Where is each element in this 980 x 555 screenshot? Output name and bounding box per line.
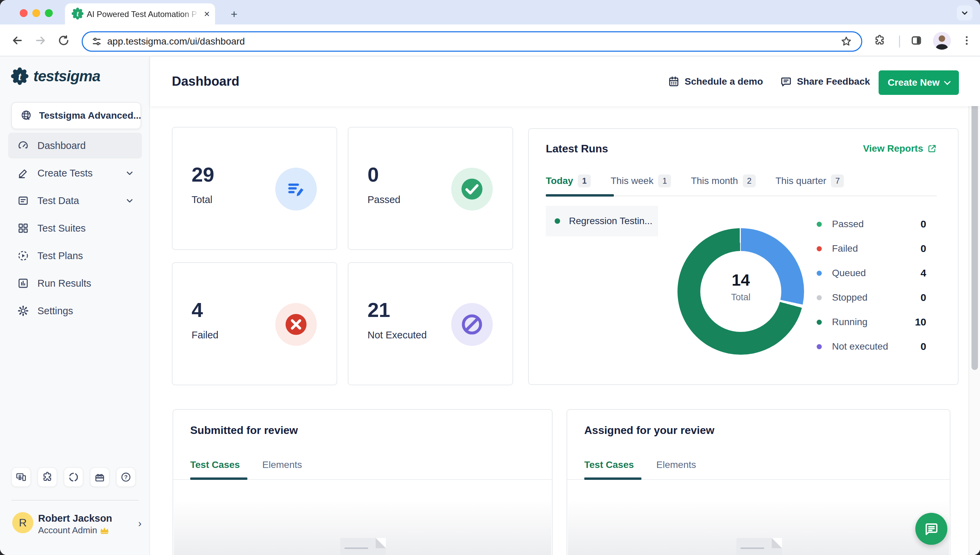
gift-icon: [94, 472, 106, 483]
gear-icon: [17, 305, 29, 317]
chat-widget-button[interactable]: [915, 513, 947, 545]
user-name: Robert Jackson: [38, 513, 112, 524]
sync-status-button[interactable]: [64, 467, 84, 487]
side-panel-button[interactable]: [909, 33, 924, 48]
sidebar-item-label: Settings: [37, 305, 73, 317]
tab-elements[interactable]: Elements: [262, 459, 302, 470]
share-feedback-button[interactable]: Share Feedback: [780, 75, 870, 88]
run-name: Regression Testin...: [569, 216, 652, 226]
question-glyph: ?: [124, 474, 128, 480]
run-list-item[interactable]: Regression Testin...: [546, 206, 658, 236]
forward-button[interactable]: [33, 33, 48, 48]
url-text[interactable]: app.testsigma.com/ui/dashboard: [107, 36, 840, 47]
user-profile[interactable]: R Robert Jackson Account Admin ›: [12, 512, 141, 534]
testsigma-logo: t testsigma: [10, 67, 100, 86]
legend-dot: [817, 344, 822, 349]
bookmark-star-icon[interactable]: [840, 35, 852, 48]
feedback-icon: [780, 75, 792, 88]
tab-elements[interactable]: Elements: [656, 459, 696, 470]
sidebar-item-test-plans[interactable]: Test Plans: [8, 243, 142, 269]
tab-this-quarter[interactable]: This quarter 7: [776, 175, 844, 188]
agents-devices-button[interactable]: [11, 467, 31, 487]
pencil-icon: [17, 167, 29, 179]
sidebar-item-create-tests[interactable]: Create Tests: [8, 160, 142, 186]
sidebar-item-label: Run Results: [37, 278, 91, 289]
addons-button[interactable]: [37, 467, 57, 487]
sidebar-item-test-suites[interactable]: Test Suites: [8, 215, 142, 241]
url-bar[interactable]: app.testsigma.com/ui/dashboard: [82, 31, 862, 52]
run-status-dot: [555, 218, 560, 224]
side-panel-icon: [910, 34, 922, 47]
view-reports-link[interactable]: View Reports: [863, 143, 937, 154]
chevron-down-icon: [961, 9, 969, 17]
devices-icon: [15, 472, 27, 483]
help-button[interactable]: ?: [116, 467, 136, 487]
sidebar-item-label: Test Plans: [37, 250, 83, 261]
play-circle-icon: [17, 250, 29, 262]
puzzle-icon: [874, 34, 886, 47]
stat-value: 0: [368, 163, 379, 186]
scrollbar-thumb[interactable]: [972, 71, 978, 370]
sidebar-item-run-results[interactable]: Run Results: [8, 270, 142, 296]
badge-letter: t: [18, 71, 21, 83]
legend-value: 0: [921, 341, 926, 352]
legend-item-running: Running 10: [817, 314, 926, 329]
reload-button[interactable]: [56, 33, 71, 48]
stat-label: Passed: [368, 194, 400, 205]
project-selector[interactable]: Testsigma Advanced...: [11, 102, 141, 129]
create-new-button[interactable]: Create New: [879, 71, 959, 95]
minimize-window-button[interactable]: [32, 9, 40, 17]
stat-label: Not Executed: [368, 329, 427, 341]
list-edit-icon: [286, 178, 307, 200]
tab-close-icon[interactable]: ✕: [201, 9, 212, 20]
active-tab-underline: [190, 478, 247, 480]
chevron-down-icon: [125, 196, 134, 205]
legend-dot: [817, 295, 822, 300]
tab-label: This month: [691, 175, 738, 186]
schedule-demo-label: Schedule a demo: [684, 76, 763, 87]
empty-state-document-icon: [736, 538, 782, 555]
tab-search-button[interactable]: [957, 5, 972, 21]
tab-test-cases[interactable]: Test Cases: [190, 459, 240, 470]
page-scrollbar[interactable]: [969, 57, 980, 555]
donut-total-value: 14: [700, 271, 781, 289]
legend-value: 0: [921, 243, 926, 254]
stat-card-passed: 0 Passed: [348, 127, 513, 250]
sidebar-divider: [11, 500, 139, 500]
chevron-down-icon: [125, 168, 134, 178]
submitted-review-tabs: Test Cases Elements: [190, 459, 302, 470]
tab-this-month[interactable]: This month 2: [691, 175, 756, 188]
browser-profile-avatar[interactable]: [933, 32, 951, 50]
tab-today[interactable]: Today 1: [546, 175, 591, 188]
tab-test-cases[interactable]: Test Cases: [584, 459, 634, 470]
tab-this-week[interactable]: This week 1: [610, 175, 671, 188]
puzzle-icon: [42, 472, 53, 483]
close-window-button[interactable]: [20, 9, 27, 17]
tab-count-badge: 1: [658, 175, 671, 188]
sidebar-footer-tools: ?: [11, 467, 136, 487]
share-feedback-label: Share Feedback: [797, 76, 870, 87]
sidebar-item-settings[interactable]: Settings: [8, 298, 142, 324]
submitted-review-title: Submitted for review: [190, 424, 298, 437]
tab-label: This quarter: [776, 175, 826, 186]
user-role-label: Account Admin: [38, 525, 97, 536]
new-tab-button[interactable]: +: [227, 7, 241, 21]
page-header: Dashboard Schedule a demo Share: [150, 56, 980, 106]
extensions-button[interactable]: [872, 33, 887, 48]
total-badge: [275, 168, 317, 210]
browser-tab[interactable]: t AI Powered Test Automation P ✕: [65, 3, 215, 24]
legend-label: Passed: [832, 219, 864, 229]
latest-runs-panel: Latest Runs View Reports Today 1 This we…: [528, 128, 959, 385]
browser-menu-button[interactable]: [959, 33, 975, 48]
legend-item-queued: Queued 4: [817, 266, 926, 281]
back-button[interactable]: [10, 33, 25, 48]
brand-wordmark: testsigma: [33, 68, 100, 85]
check-circle-icon: [458, 175, 486, 204]
schedule-demo-button[interactable]: Schedule a demo: [668, 75, 763, 88]
browser-window: t AI Powered Test Automation P ✕ +: [0, 0, 980, 555]
sidebar-item-dashboard[interactable]: Dashboard: [8, 133, 142, 159]
whats-new-button[interactable]: [90, 467, 109, 487]
site-settings-icon[interactable]: [91, 36, 103, 47]
sidebar-item-test-data[interactable]: Test Data: [8, 188, 142, 213]
zoom-window-button[interactable]: [45, 9, 53, 17]
